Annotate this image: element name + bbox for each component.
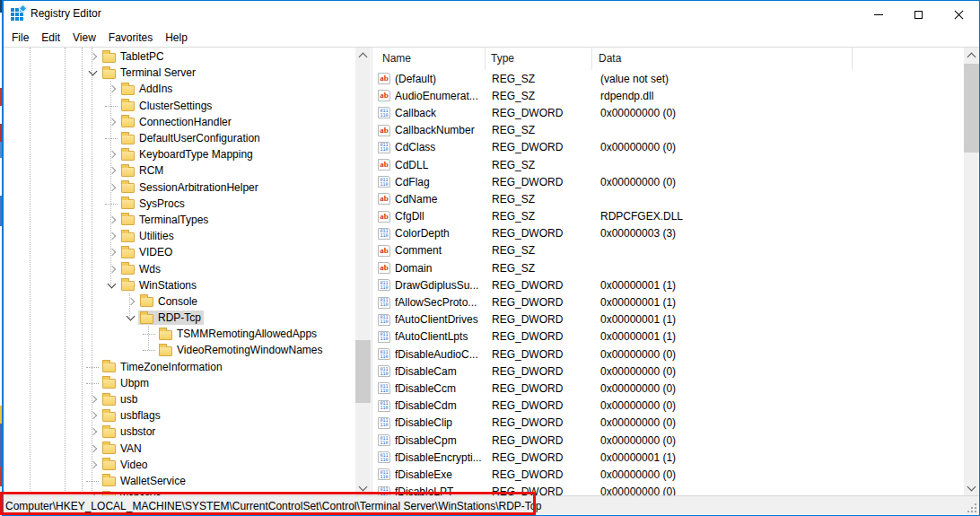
value-name-cell[interactable]: fDisableCpm (373, 434, 485, 447)
tree-item[interactable]: VAN (2, 441, 355, 457)
value-row[interactable]: Callback REG_DWORD 0x00000000 (0) (373, 104, 964, 121)
column-header-data[interactable]: Data (599, 52, 621, 65)
registry-values-panel[interactable]: Name Type Data (Default) REG_SZ (value n… (373, 48, 979, 495)
tree-item[interactable]: DefaultUserConfiguration (2, 130, 355, 146)
value-name-cell[interactable]: fDisableCam (373, 365, 485, 378)
tree-node[interactable]: ConnectionHandler (119, 115, 234, 129)
value-row[interactable]: AudioEnumerat... REG_SZ rdpendp.dll (373, 87, 964, 104)
value-name-cell[interactable]: DrawGdiplusSu... (373, 279, 485, 292)
title-bar[interactable]: Registry Editor (4, 1, 979, 28)
minimize-button[interactable] (858, 1, 898, 28)
registry-tree-panel[interactable]: TabletPC Terminal Server AddIns ClusterS… (2, 48, 371, 495)
tree-node[interactable]: Video (101, 458, 150, 472)
tree-scrollbar-thumb[interactable] (355, 340, 371, 403)
tree-item[interactable]: KeyboardType Mapping (2, 146, 355, 162)
tree-item[interactable]: Wds (2, 260, 355, 276)
tree-node[interactable]: usbstor (101, 424, 158, 439)
tree-item[interactable]: Utilities (2, 228, 355, 244)
tree-item[interactable]: WalletService (2, 473, 355, 489)
value-name-cell[interactable]: CfgDll (373, 210, 485, 223)
value-row[interactable]: fAutoClientDrives REG_DWORD 0x00000001 (… (373, 311, 964, 328)
value-row[interactable]: fAutoClientLpts REG_DWORD 0x00000001 (1) (373, 328, 964, 345)
close-button[interactable] (939, 1, 979, 28)
menu-item[interactable]: View (66, 30, 102, 46)
list-vertical-scrollbar[interactable] (964, 48, 979, 495)
menu-item[interactable]: Favorites (102, 30, 159, 46)
column-separator[interactable] (485, 48, 486, 70)
tree-node[interactable]: usb (101, 392, 140, 407)
tree-item[interactable]: RCM (2, 162, 355, 179)
tree-item[interactable]: SysProcs (2, 196, 355, 212)
expand-chevron-icon[interactable] (105, 115, 119, 129)
expand-chevron-icon[interactable] (105, 180, 119, 195)
scroll-down-arrow-icon[interactable] (964, 480, 979, 495)
value-row[interactable]: fDisableLPT REG_DWORD 0x00000000 (0) (373, 484, 964, 496)
value-row[interactable]: CallbackNumber REG_SZ (373, 122, 964, 139)
tree-node[interactable]: Console (138, 294, 200, 309)
value-name-cell[interactable]: fDisableExe (373, 468, 485, 481)
expand-chevron-icon[interactable] (86, 408, 101, 423)
tree-node[interactable]: WinStations (119, 278, 199, 293)
tree-vertical-scrollbar[interactable] (355, 48, 371, 495)
tree-node[interactable]: TimeZoneInformation (101, 360, 225, 374)
column-header-name[interactable]: Name (382, 52, 411, 65)
value-name-cell[interactable]: Comment (373, 244, 485, 257)
expand-chevron-icon[interactable] (105, 245, 119, 259)
menu-item[interactable]: Help (159, 30, 194, 46)
tree-node[interactable]: AddIns (119, 82, 175, 96)
tree-item[interactable]: RDP-Tcp (2, 310, 355, 326)
tree-item[interactable]: ClusterSettings (2, 98, 355, 114)
tree-node[interactable]: SysProcs (119, 197, 188, 211)
scroll-up-arrow-icon[interactable] (964, 48, 979, 63)
value-name-cell[interactable]: CdDLL (373, 159, 485, 171)
value-name-cell[interactable]: Callback (373, 107, 485, 119)
collapse-chevron-icon[interactable] (124, 310, 138, 325)
collapse-chevron-icon[interactable] (105, 278, 119, 293)
tree-item[interactable]: Terminal Server (2, 65, 355, 81)
tree-item[interactable]: usbstor (2, 424, 355, 440)
expand-chevron-icon[interactable] (105, 163, 119, 178)
expand-chevron-icon[interactable] (105, 262, 119, 276)
maximize-button[interactable] (898, 1, 939, 28)
expand-chevron-icon[interactable] (86, 424, 101, 439)
tree-item[interactable]: SessionArbitrationHelper (2, 179, 355, 196)
expand-chevron-icon[interactable] (105, 229, 119, 243)
expand-chevron-icon[interactable] (86, 49, 101, 64)
column-separator[interactable] (852, 48, 853, 70)
tree-item[interactable]: VideoRemotingWindowNames (2, 342, 355, 358)
expand-chevron-icon[interactable] (86, 392, 101, 407)
tree-node[interactable]: VAN (101, 442, 144, 456)
value-name-cell[interactable]: fDisableEncrypti... (373, 451, 485, 464)
value-name-cell[interactable]: fAutoClientLpts (373, 330, 485, 343)
value-name-cell[interactable]: CallbackNumber (373, 124, 485, 136)
value-row[interactable]: fDisableCam REG_DWORD 0x00000000 (0) (373, 363, 964, 380)
expand-chevron-icon[interactable] (105, 213, 119, 227)
value-row[interactable]: ColorDepth REG_DWORD 0x00000003 (3) (373, 225, 964, 242)
expand-chevron-icon[interactable] (124, 294, 138, 309)
tree-node[interactable]: Ubpm (101, 376, 152, 390)
menu-item[interactable]: Edit (35, 30, 66, 46)
tree-node[interactable]: Utilities (119, 229, 177, 243)
tree-node[interactable]: ClusterSettings (119, 99, 214, 113)
value-row[interactable]: fDisableEncrypti... REG_DWORD 0x00000001… (373, 449, 964, 466)
tree-item[interactable]: ConnectionHandler (2, 114, 355, 130)
tree-item[interactable]: TSMMRemotingAllowedApps (2, 326, 355, 342)
tree-node[interactable]: Terminal Server (101, 66, 198, 80)
tree-node[interactable]: VIDEO (119, 245, 175, 259)
tree-node[interactable]: TabletPC (101, 49, 167, 64)
value-row[interactable]: CdDLL REG_SZ (373, 156, 964, 173)
column-header-type[interactable]: Type (491, 52, 514, 65)
value-row[interactable]: CdClass REG_DWORD 0x00000000 (0) (373, 139, 964, 156)
tree-node[interactable]: usbflags (101, 408, 163, 423)
value-row[interactable]: (Default) REG_SZ (value not set) (373, 70, 964, 87)
tree-item[interactable]: TimeZoneInformation (2, 359, 355, 375)
list-scrollbar-thumb[interactable] (964, 64, 979, 153)
tree-item[interactable]: VIDEO (2, 244, 355, 260)
value-name-cell[interactable]: Domain (373, 262, 485, 275)
tree-item[interactable]: TerminalTypes (2, 212, 355, 228)
expand-chevron-icon[interactable] (86, 442, 101, 456)
value-row[interactable]: CdFlag REG_DWORD 0x00000000 (0) (373, 173, 964, 190)
expand-chevron-icon[interactable] (86, 458, 101, 472)
tree-node[interactable]: TSMMRemotingAllowedApps (157, 327, 319, 341)
tree-node[interactable]: SessionArbitrationHelper (119, 180, 261, 195)
